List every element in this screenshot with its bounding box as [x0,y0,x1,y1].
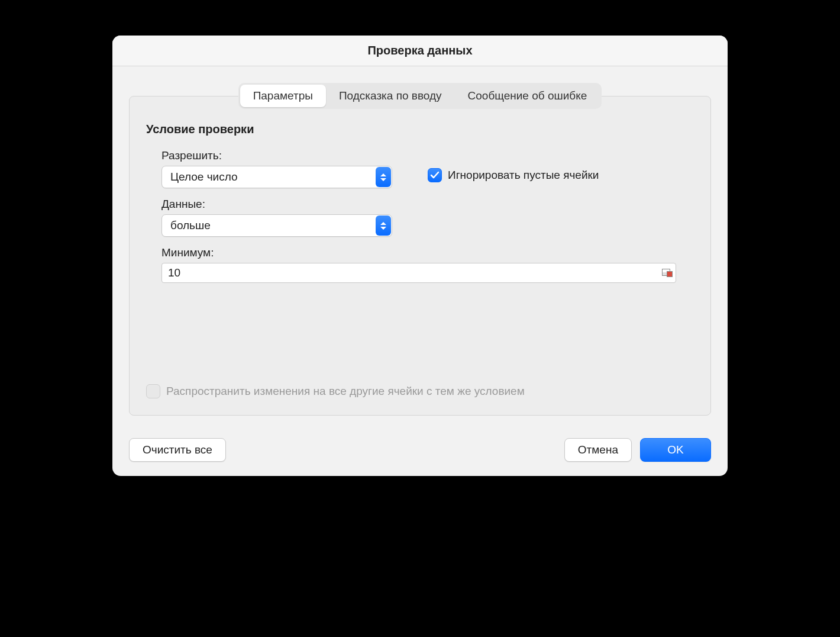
propagate-checkbox [146,384,160,398]
tabbar: Параметры Подсказка по вводу Сообщение о… [129,83,711,109]
tab-error-message[interactable]: Сообщение об ошибке [455,85,600,107]
range-selector-icon [662,269,673,277]
ok-button[interactable]: OK [640,438,711,462]
dialog-content: Параметры Подсказка по вводу Сообщение о… [112,66,728,427]
allow-select[interactable]: Целое число [161,166,392,188]
tab-input-hint[interactable]: Подсказка по вводу [326,85,455,107]
minimum-input[interactable] [161,263,676,283]
ignore-blank-label: Игнорировать пустые ячейки [448,169,599,182]
tab-settings[interactable]: Параметры [240,85,326,107]
check-icon [430,170,440,180]
minimum-label: Минимум: [161,246,694,259]
settings-panel: Условие проверки Разрешить: Целое число [129,96,711,416]
titlebar: Проверка данных [112,36,728,66]
data-select[interactable]: больше [161,214,392,237]
ignore-blank-checkbox[interactable] [428,168,442,182]
cancel-button[interactable]: Отмена [564,438,632,462]
range-selector-button[interactable] [661,266,674,279]
dialog-title: Проверка данных [367,44,472,57]
allow-label: Разрешить: [161,149,694,162]
propagate-label: Распространить изменения на все другие я… [166,385,525,398]
clear-all-button[interactable]: Очистить все [129,438,226,462]
data-validation-dialog: Проверка данных Параметры Подсказка по в… [112,36,728,476]
dialog-footer: Очистить все Отмена OK [112,427,728,476]
validation-condition-title: Условие проверки [146,123,694,136]
data-label: Данные: [161,198,694,211]
